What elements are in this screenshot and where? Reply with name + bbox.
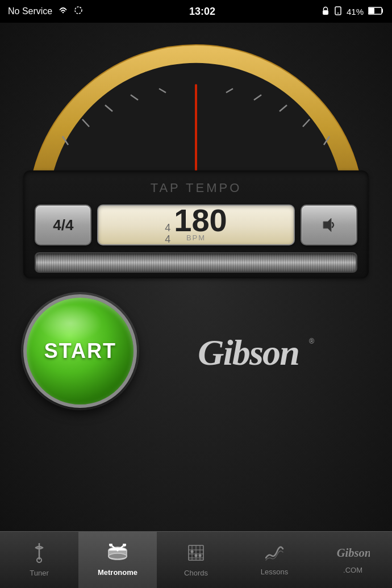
svg-text:®: ® [309, 337, 314, 345]
svg-text:Gibson: Gibson [198, 332, 299, 373]
battery-icon [368, 7, 384, 16]
bpm-display: 4 4 180 BPM [97, 205, 294, 245]
tab-com-label: .COM [343, 566, 362, 574]
sound-button[interactable] [301, 205, 357, 245]
svg-point-0 [75, 7, 82, 14]
svg-rect-1 [323, 10, 328, 15]
tab-tuner[interactable]: Tuner [0, 532, 78, 588]
speaker-icon [319, 215, 339, 235]
portrait-icon [334, 6, 342, 17]
tab-chords-label: Chords [184, 569, 208, 577]
svg-point-37 [199, 554, 202, 557]
slider-inner [36, 253, 356, 272]
bpm-label: BPM [186, 233, 206, 242]
gibson-small-icon: Gibson [336, 546, 370, 561]
tap-tempo-label: TAP TEMPO [35, 181, 357, 195]
gibson-wordmark: Gibson ® [190, 328, 327, 374]
status-time: 13:02 [189, 6, 215, 18]
battery-text: 41% [347, 7, 364, 16]
activity-icon [74, 6, 83, 17]
tab-metronome[interactable]: Metronome [78, 532, 157, 588]
status-bar: No Service 13:02 [0, 0, 392, 23]
svg-rect-5 [369, 8, 374, 14]
com-icon: Gibson [336, 546, 370, 564]
tab-bar: Tuner Metronome [0, 531, 392, 588]
start-label: START [44, 339, 116, 363]
tempo-slider[interactable] [35, 252, 357, 273]
time-sig-small: 4 4 [165, 223, 170, 245]
gauge-svg [0, 23, 392, 182]
gauge-container[interactable] [0, 23, 392, 182]
status-right: 41% [322, 6, 384, 17]
svg-text:Gibson: Gibson [337, 547, 370, 559]
tab-chords[interactable]: Chords [157, 532, 235, 588]
metronome-icon [106, 544, 129, 566]
svg-point-23 [109, 553, 127, 559]
start-button[interactable]: START [23, 294, 137, 408]
gibson-logo: Gibson ® [137, 328, 368, 374]
svg-point-3 [337, 12, 339, 14]
time-signature-button[interactable]: 4/4 [35, 205, 91, 245]
tab-lessons-label: Lessons [261, 568, 288, 576]
chords-icon [186, 543, 206, 566]
tab-lessons[interactable]: Lessons [235, 532, 314, 588]
svg-point-36 [195, 554, 198, 557]
tab-com[interactable]: Gibson .COM [314, 532, 392, 588]
main-content: TAP TEMPO 4/4 4 4 180 BPM [0, 23, 392, 531]
svg-marker-17 [323, 218, 331, 232]
svg-point-35 [191, 550, 194, 553]
lock-icon [322, 6, 330, 17]
tap-tempo-area[interactable]: TAP TEMPO 4/4 4 4 180 BPM [23, 170, 368, 278]
status-left: No Service [8, 6, 83, 17]
carrier-text: No Service [8, 6, 52, 16]
tuner-icon [33, 543, 45, 566]
tab-metronome-label: Metronome [98, 568, 137, 577]
tab-tuner-label: Tuner [30, 569, 48, 577]
bottom-section: START Gibson ® [23, 294, 368, 408]
controls-row: 4/4 4 4 180 BPM [35, 205, 357, 245]
lessons-icon [263, 544, 286, 565]
wifi-icon [58, 6, 68, 16]
bpm-number: 180 [174, 205, 227, 236]
